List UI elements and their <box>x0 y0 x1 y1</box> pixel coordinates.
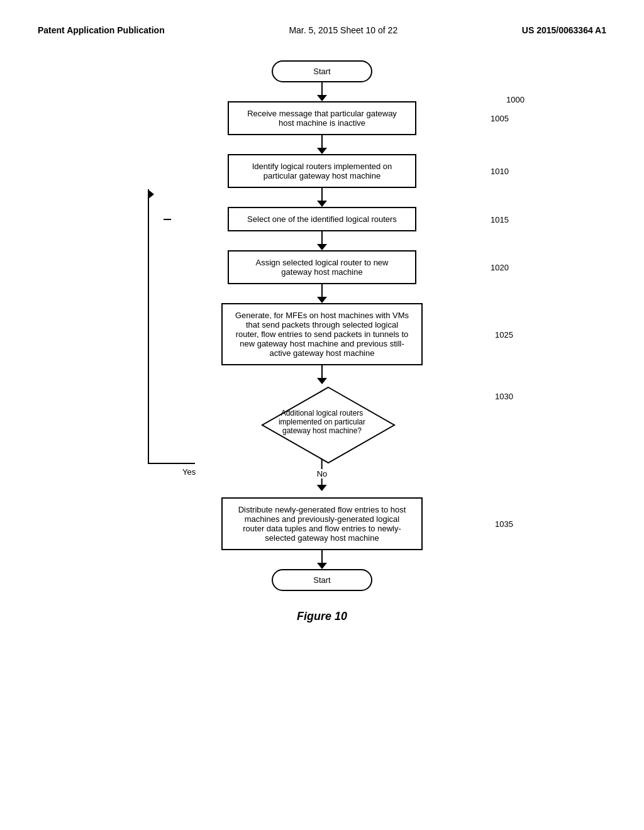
step-1035-row: Distribute newly-generated flow entries … <box>38 497 606 550</box>
no-arrow <box>317 485 327 491</box>
step-1030-text: Additional logical routers implemented o… <box>272 402 372 441</box>
step-1030-row: Additional logical routers implemented o… <box>38 384 606 460</box>
step-1020-box: Assign selected logical router to new ga… <box>228 250 416 284</box>
arrow-down-7 <box>317 563 327 569</box>
step-1025-text: Generate, for MFEs on host machines with… <box>235 311 409 358</box>
step-1020-row: Assign selected logical router to new ga… <box>38 250 606 284</box>
ref-1030: 1030 <box>495 392 513 401</box>
no-branch: No <box>317 460 328 491</box>
arrow-connector-4 <box>317 231 327 250</box>
arrow-down-2 <box>317 148 327 154</box>
arrow-connector-5 <box>317 284 327 303</box>
yes-line-h <box>148 463 195 464</box>
header-left: Patent Application Publication <box>38 25 165 35</box>
header-right: US 2015/0063364 A1 <box>522 25 606 35</box>
arrow-connector-6 <box>317 365 327 384</box>
step-1020-text: Assign selected logical router to new ga… <box>255 258 388 277</box>
loop-left-bar <box>164 219 171 220</box>
header-center: Mar. 5, 2015 Sheet 10 of 22 <box>289 25 397 35</box>
step-1035-box: Distribute newly-generated flow entries … <box>221 497 423 550</box>
arrow-connector-1 <box>317 82 327 101</box>
step-1030-diamond: Additional logical routers implemented o… <box>259 384 385 460</box>
no-line-2 <box>321 479 323 485</box>
step-1015-text: Select one of the identified logical rou… <box>247 214 397 224</box>
step-1030-section: Additional logical routers implemented o… <box>38 384 606 497</box>
arrow-line-5 <box>321 284 323 297</box>
step-1015-box: Select one of the identified logical rou… <box>228 207 416 231</box>
yes-label-container: Yes <box>182 466 196 477</box>
arrow-connector-3 <box>317 188 327 207</box>
arrow-line-3 <box>321 188 323 201</box>
flowchart: Start Receive message that particular ga… <box>38 60 606 591</box>
arrow-line-6 <box>321 365 323 378</box>
no-line <box>321 460 323 469</box>
ref-1020: 1020 <box>491 263 509 272</box>
step-1010-box: Identify logical routers implemented on … <box>228 154 416 188</box>
step-1035-text: Distribute newly-generated flow entries … <box>238 505 406 543</box>
start-node: Start <box>38 60 606 82</box>
step-1005-box: Receive message that particular gateway … <box>228 101 416 135</box>
step-1005-row: Receive message that particular gateway … <box>38 101 606 135</box>
ref-1015: 1015 <box>491 215 509 224</box>
arrow-line-4 <box>321 231 323 244</box>
yes-label: Yes <box>182 467 196 477</box>
header: Patent Application Publication Mar. 5, 2… <box>38 25 606 35</box>
arrow-line <box>321 82 323 95</box>
arrow-connector-2 <box>317 135 327 154</box>
arrow-line-7 <box>321 550 323 563</box>
step-1010-row: Identify logical routers implemented on … <box>38 154 606 188</box>
end-label: Start <box>272 569 372 591</box>
step-1010-text: Identify logical routers implemented on … <box>252 162 392 180</box>
arrow-down-5 <box>317 297 327 303</box>
no-label: No <box>317 469 328 479</box>
step-1025-box: Generate, for MFEs on host machines with… <box>221 303 423 365</box>
end-node: Start <box>38 569 606 591</box>
ref-1000: 1000 <box>506 95 525 104</box>
arrow-down-6 <box>317 378 327 384</box>
ref-1005: 1005 <box>491 114 509 123</box>
arrow-down <box>317 95 327 101</box>
arrow-line-2 <box>321 135 323 148</box>
arrow-down-3 <box>317 201 327 207</box>
yes-line-v <box>148 189 149 463</box>
step-1015-row: Select one of the identified logical rou… <box>38 207 606 231</box>
step-1025-row: Generate, for MFEs on host machines with… <box>38 303 606 365</box>
ref-1025: 1025 <box>495 330 513 340</box>
ref-1010: 1010 <box>491 167 509 176</box>
figure-caption: Figure 10 <box>38 610 606 623</box>
yes-branch: Yes No <box>38 460 606 497</box>
ref-1035: 1035 <box>495 519 513 529</box>
step-1005-text: Receive message that particular gateway … <box>247 109 397 128</box>
yes-arrow <box>148 189 154 199</box>
page: Patent Application Publication Mar. 5, 2… <box>0 0 644 830</box>
start-label: Start <box>272 60 372 82</box>
arrow-down-4 <box>317 244 327 250</box>
arrow-connector-7 <box>317 550 327 569</box>
